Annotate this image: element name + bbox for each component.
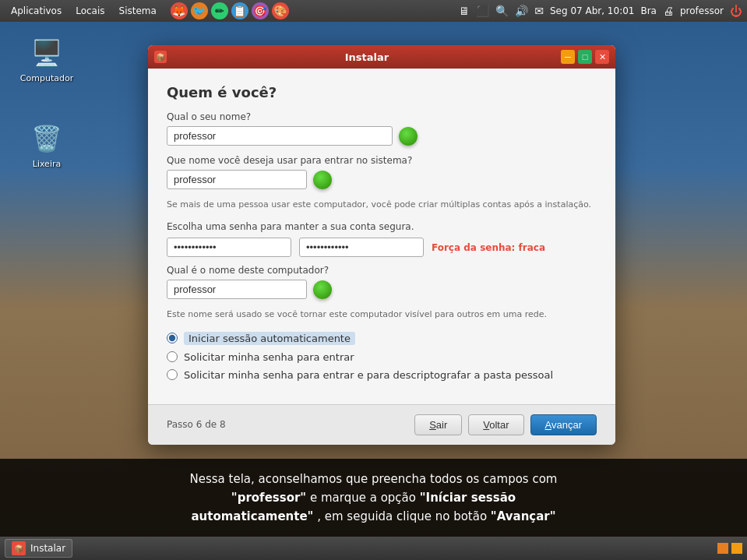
instruction-professor: "professor" xyxy=(231,491,306,505)
password-input[interactable] xyxy=(167,238,291,257)
instruction-part3: , em seguida clique no botão xyxy=(317,509,491,523)
region-text: Bra xyxy=(640,5,657,16)
network-icon: 🖨 xyxy=(663,5,674,17)
dialog-title: Instalar xyxy=(173,51,561,63)
taskbar-indicator-1 xyxy=(717,543,728,554)
login-option-password[interactable]: Solicitar minha senha para entrar xyxy=(167,351,597,363)
username-label: Que nome você deseja usar para entrar no… xyxy=(167,155,597,166)
desktop-icon-computer[interactable]: 🖥️ Computador xyxy=(16,31,78,86)
login-option-auto[interactable]: Iniciar sessão automaticamente xyxy=(167,332,597,345)
instruction-banner: Nessa tela, aconselhamos que preencha to… xyxy=(0,459,747,537)
computer-icon: 🖥️ xyxy=(28,34,65,72)
username-display: professor xyxy=(680,5,724,16)
username-input[interactable] xyxy=(167,170,307,189)
step-label: Passo 6 de 8 xyxy=(167,419,226,430)
quit-button[interactable]: Sair xyxy=(414,414,462,435)
password-strength-text: Força da senha: fraca xyxy=(432,242,545,253)
top-panel: Aplicativos Locais Sistema 🦊 🐦 ✏️ 📋 🎯 🎨 … xyxy=(0,0,747,22)
dialog-icon: 📦 xyxy=(154,51,167,63)
computer-name-label: Qual é o nome deste computador? xyxy=(167,265,597,276)
fullname-valid-indicator xyxy=(399,127,418,146)
datetime-text: Seg 07 Abr, 10:01 xyxy=(550,5,635,16)
top-panel-left: Aplicativos Locais Sistema 🦊 🐦 ✏️ 📋 🎯 🎨 xyxy=(5,2,289,19)
username-row xyxy=(167,170,597,189)
computer-name-row xyxy=(167,280,597,299)
back-button[interactable]: Voltar xyxy=(468,414,523,435)
datetime-display: Seg 07 Abr, 10:01 Bra xyxy=(550,5,657,16)
zoom-icon: 🔍 xyxy=(495,5,509,17)
install-dialog: 📦 Instalar ─ □ ✕ Quem é você? Qual o seu… xyxy=(148,45,615,445)
fullname-label: Qual o seu nome? xyxy=(167,111,597,122)
menu-locais[interactable]: Locais xyxy=(69,4,111,18)
section-heading: Quem é você? xyxy=(167,84,597,100)
thunderbird-icon[interactable]: 🐦 xyxy=(191,2,208,19)
computer-name-hint: Este nome será usado se você tornar este… xyxy=(167,308,597,320)
fullname-row xyxy=(167,126,597,146)
login-options-group: Iniciar sessão automaticamente Solicitar… xyxy=(167,332,597,381)
screen-icon: 🖥 xyxy=(459,5,470,17)
app-icon-3[interactable]: 🎨 xyxy=(272,2,289,19)
instruction-auto-bold: automaticamente" xyxy=(191,509,313,523)
username-valid-indicator xyxy=(313,171,332,189)
fullname-input[interactable] xyxy=(167,126,393,146)
panel-right: 🖥 ⬛ 🔍 🔊 ✉️ Seg 07 Abr, 10:01 Bra 🖨 profe… xyxy=(459,4,742,19)
radio-encrypt[interactable] xyxy=(167,369,178,380)
firefox-icon[interactable]: 🦊 xyxy=(171,2,188,19)
next-button[interactable]: Avançar xyxy=(530,414,597,435)
taskbar-indicator-2 xyxy=(731,543,742,554)
computer-name-input[interactable] xyxy=(167,280,307,299)
password-row: Força da senha: fraca xyxy=(167,238,597,257)
menu-sistema[interactable]: Sistema xyxy=(113,4,163,18)
bottom-taskbar: 📦 Instalar xyxy=(0,537,747,560)
dialog-body: Quem é você? Qual o seu nome? Que nome v… xyxy=(148,69,615,404)
login-option-encrypt[interactable]: Solicitar minha senha para entrar e para… xyxy=(167,369,597,381)
taskbar-install-icon: 📦 xyxy=(12,541,26,555)
multiple-accounts-hint: Se mais de uma pessoa usar este computad… xyxy=(167,199,597,210)
instruction-part2: e marque a opção xyxy=(310,491,420,505)
desktop-icon-trash[interactable]: 🗑️ Lixeira xyxy=(16,117,78,172)
menu-aplicativos[interactable]: Aplicativos xyxy=(5,4,68,18)
taskbar-install-label: Instalar xyxy=(30,543,65,554)
strength-label: Força da senha: xyxy=(432,242,515,253)
maximize-button[interactable]: □ xyxy=(578,50,592,64)
radio-encrypt-label: Solicitar minha senha para entrar e para… xyxy=(184,369,553,381)
instruction-session-bold: "Iníciar sessão xyxy=(420,491,516,505)
computer-name-valid-indicator xyxy=(313,280,332,299)
panel-app-icons: 🦊 🐦 ✏️ 📋 🎯 🎨 xyxy=(171,2,289,19)
trash-label: Lixeira xyxy=(33,159,61,169)
strength-value: fraca xyxy=(519,242,545,253)
taskbar-install-item[interactable]: 📦 Instalar xyxy=(5,539,72,558)
power-icon[interactable]: ⏻ xyxy=(730,4,742,19)
window-icon: ⬛ xyxy=(476,5,489,17)
instruction-line1: Nessa tela, aconselhamos que preencha to… xyxy=(190,472,558,486)
app-icon-1[interactable]: 📋 xyxy=(231,2,248,19)
email-icon: ✉️ xyxy=(534,5,544,17)
radio-password-label: Solicitar minha senha para entrar xyxy=(184,351,354,363)
trash-icon: 🗑️ xyxy=(28,120,65,157)
close-button[interactable]: ✕ xyxy=(595,50,609,64)
radio-password[interactable] xyxy=(167,351,178,362)
computer-label: Computador xyxy=(20,73,73,83)
instruction-avancar-bold: "Avançar" xyxy=(491,509,556,523)
edit-icon[interactable]: ✏️ xyxy=(211,2,228,19)
instruction-text: Nessa tela, aconselhamos que preencha to… xyxy=(23,470,724,526)
password-confirm-input[interactable] xyxy=(299,238,424,257)
password-label: Escolha uma senha para manter a sua cont… xyxy=(167,221,597,232)
minimize-button[interactable]: ─ xyxy=(561,50,575,64)
app-icon-2[interactable]: 🎯 xyxy=(252,2,269,19)
footer-buttons: Sair Voltar Avançar xyxy=(414,414,597,435)
radio-auto[interactable] xyxy=(167,333,178,343)
radio-auto-label: Iniciar sessão automaticamente xyxy=(184,332,355,345)
dialog-footer: Passo 6 de 8 Sair Voltar Avançar xyxy=(148,404,615,445)
dialog-controls: ─ □ ✕ xyxy=(561,50,609,64)
volume-icon: 🔊 xyxy=(515,5,528,17)
desktop: Aplicativos Locais Sistema 🦊 🐦 ✏️ 📋 🎯 🎨 … xyxy=(0,0,747,560)
dialog-titlebar: 📦 Instalar ─ □ ✕ xyxy=(148,45,615,69)
